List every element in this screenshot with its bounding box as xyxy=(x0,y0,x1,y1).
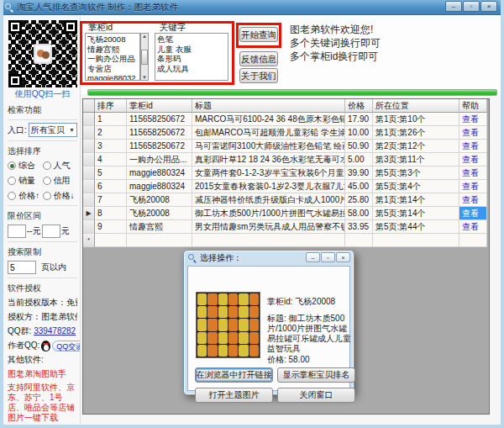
column-header[interactable]: 排序 xyxy=(95,99,127,113)
dialog-item-title: 标题: 御工坊木质500片/1000片拼图气水罐易拉罐可乐罐成人儿童益智玩具 xyxy=(267,314,353,354)
table-row[interactable]: 7飞杨20008减压神器特价纸质升级版白卡成人1000片拼图益...25.80第… xyxy=(83,193,489,207)
keyword-item[interactable]: 色笔 xyxy=(157,34,226,45)
row-selector[interactable] xyxy=(83,126,95,140)
sort-option[interactable]: 人气 xyxy=(43,160,78,172)
cell-price: 58.00 xyxy=(345,207,373,220)
maximize-button[interactable]: ▫ xyxy=(463,1,480,12)
scroll-down-icon[interactable]: ▼ xyxy=(142,75,147,80)
price-min-input[interactable] xyxy=(8,225,26,238)
product-image-cell xyxy=(197,319,207,330)
cell-position: 第2页:第12个 xyxy=(373,140,459,153)
sort-option[interactable]: 价格↑ xyxy=(8,190,43,202)
row-selector[interactable] xyxy=(83,153,95,166)
sort-option[interactable]: 销量 xyxy=(8,175,43,187)
table-new-row: * xyxy=(83,234,489,247)
keyword-item[interactable]: 条形码 xyxy=(157,54,226,64)
qq-qr-code xyxy=(8,20,77,87)
product-image-cell xyxy=(218,306,228,318)
product-image-cell xyxy=(218,293,228,305)
dialog-minimize-button[interactable]: – xyxy=(306,252,320,262)
dialog-close-button[interactable]: × xyxy=(336,252,350,262)
radio-icon[interactable] xyxy=(8,192,16,200)
view-link[interactable]: 查看 xyxy=(459,126,487,140)
close-button[interactable]: × xyxy=(480,1,497,12)
sort-option[interactable]: 信用 xyxy=(43,175,78,187)
open-main-image-button[interactable]: 打开主题图片 xyxy=(195,388,273,403)
cell-position: 第5页:第44个 xyxy=(373,220,459,234)
cell-rank: 5 xyxy=(95,166,127,180)
column-header[interactable]: 所在位置 xyxy=(373,99,459,113)
table-row[interactable]: 4一购办公用品...真彩四叶草12 18 24 36色水彩笔无毒可水洗易...5… xyxy=(83,153,489,166)
empty-cell xyxy=(127,234,192,247)
close-window-button[interactable]: 关闭窗口 xyxy=(277,388,355,403)
sort-option[interactable]: 综合 xyxy=(8,160,43,172)
view-link[interactable]: 查看 xyxy=(459,166,487,180)
price-max-input[interactable] xyxy=(42,225,60,238)
row-selector[interactable] xyxy=(83,180,95,193)
table-row[interactable]: ▶8飞杨20008御工坊木质500片/1000片拼图气水罐易拉罐可乐...58.… xyxy=(83,207,489,220)
row-selector[interactable] xyxy=(83,193,95,207)
shop-id-listbox[interactable]: 飞杨20008情趣宫熙一购办公用品专营店maggie880324 xyxy=(85,33,140,81)
scroll-thumb[interactable] xyxy=(141,50,148,65)
view-link[interactable]: 查看 xyxy=(459,207,487,220)
product-image-cell xyxy=(197,345,207,357)
current-row-selector[interactable]: ▶ xyxy=(83,207,95,220)
shop-id-scrollbar[interactable]: ▲ ▼ xyxy=(140,33,149,81)
product-image-cell xyxy=(239,345,248,357)
view-link[interactable]: 查看 xyxy=(459,180,487,193)
table-row[interactable]: 9情趣宫熙男女用情趣sm另类玩具成人用品警察不锈钢合金...33.95第5页:第… xyxy=(83,220,489,234)
view-link[interactable]: 查看 xyxy=(459,193,487,207)
cell-position: 第1页:第10个 xyxy=(373,113,459,126)
radio-icon[interactable] xyxy=(8,161,16,170)
shop-id-item[interactable]: 一购办公用品专营店 xyxy=(87,54,138,73)
column-header[interactable]: 标题 xyxy=(192,99,345,113)
view-link[interactable]: 查看 xyxy=(459,140,487,153)
entry-select[interactable]: 所有宝贝 ▼ xyxy=(29,123,77,137)
qq-group-link[interactable]: 339478282 xyxy=(34,326,76,336)
cell-price: 50.90 xyxy=(345,140,373,153)
table-row[interactable]: 5maggie880324女童两件套0-1-2-3岁半宝宝秋装6个月童装儿童..… xyxy=(83,166,489,180)
view-link[interactable]: 查看 xyxy=(459,113,487,126)
row-selector[interactable] xyxy=(83,113,95,126)
dialog-maximize-button[interactable]: ▫ xyxy=(321,252,335,262)
start-query-button[interactable]: 开始查询 xyxy=(239,27,278,42)
table-row[interactable]: 6maggie8803242015女童春秋套装0-1岁2-3婴儿衣服7儿童外套6… xyxy=(83,180,489,193)
empty-cell xyxy=(345,234,373,247)
radio-icon[interactable] xyxy=(43,161,51,170)
keyword-item[interactable]: 儿童 衣服 xyxy=(157,45,226,55)
cell-title: 女童两件套0-1-2-3岁半宝宝秋装6个月童装儿童... xyxy=(192,166,345,180)
row-selector[interactable] xyxy=(83,140,95,153)
radio-icon[interactable] xyxy=(8,177,16,185)
table-row[interactable]: 3115658250672马可雷诺阿3100大师级油性彩色铅笔 绘画36色 ..… xyxy=(83,140,489,153)
radio-icon[interactable] xyxy=(43,192,51,200)
shop-id-item[interactable]: 情趣宫熙 xyxy=(87,45,138,55)
minimize-button[interactable]: – xyxy=(445,1,462,12)
table-row[interactable]: 2115658250672包邮MARCO马可超顺滑儿童彩铅 学生涂鸦彩色铅...… xyxy=(83,126,489,140)
shop-id-item[interactable]: maggie880324 xyxy=(87,73,138,81)
shop-id-item[interactable]: 飞杨20008 xyxy=(87,34,138,45)
license-version: 当前授权版本：免费 xyxy=(8,297,77,309)
keyword-item[interactable]: 成人玩具 xyxy=(157,64,226,74)
about-button[interactable]: 关于我们 xyxy=(239,68,278,83)
dialog-title: 选择操作： xyxy=(200,252,242,264)
sort-option[interactable]: 价格↓ xyxy=(43,190,78,202)
qq-chat-button[interactable]: QQ交谈 xyxy=(52,341,81,351)
view-link[interactable]: 查看 xyxy=(459,220,487,234)
column-header[interactable]: 掌柜id xyxy=(127,99,192,113)
row-selector[interactable] xyxy=(83,220,95,234)
table-row[interactable]: 1115658250672MARCO马可6100-24 36 48色原木彩色铅笔… xyxy=(83,113,489,126)
open-in-browser-button[interactable]: 在浏览器中打开链接 xyxy=(195,367,273,383)
qr-avatar xyxy=(34,44,52,64)
search-section-label: 检索功能 xyxy=(8,104,77,116)
feedback-button[interactable]: 反馈信息 xyxy=(239,51,278,66)
row-selector[interactable] xyxy=(83,166,95,180)
column-header[interactable]: 价格 xyxy=(345,99,373,113)
keywords-listbox[interactable]: 色笔儿童 衣服条形码成人玩具 xyxy=(155,33,228,81)
cell-position: 第1页:第14个 xyxy=(373,193,459,207)
page-limit-input[interactable] xyxy=(8,261,36,274)
radio-icon[interactable] xyxy=(43,177,51,185)
scroll-up-icon[interactable]: ▲ xyxy=(142,34,147,39)
view-link[interactable]: 查看 xyxy=(459,153,487,166)
show-shop-rank-button[interactable]: 显示掌柜宝贝排名 xyxy=(277,367,355,383)
column-header[interactable]: 帮助 xyxy=(459,99,487,113)
